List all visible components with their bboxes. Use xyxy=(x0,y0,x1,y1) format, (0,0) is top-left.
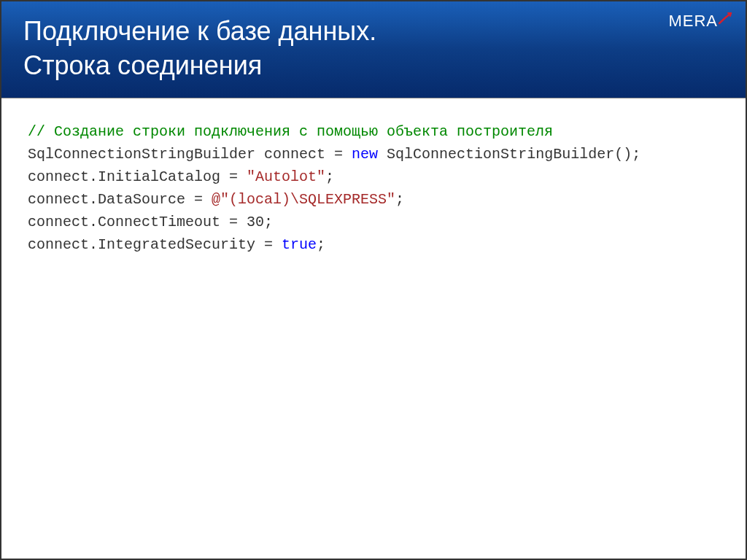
title-line-1: Подключение к базе данных. xyxy=(23,16,376,46)
code-line: // Создание строки подключения с помощью… xyxy=(28,120,719,143)
slide-header: Подключение к базе данных. Строка соедин… xyxy=(1,1,746,98)
code-token: true xyxy=(282,236,317,253)
code-token: SqlConnectionStringBuilder(); xyxy=(378,146,640,163)
code-token: ; xyxy=(395,191,404,208)
code-token: "Autolot" xyxy=(247,168,325,185)
mera-logo: MERA xyxy=(668,12,732,31)
code-line: connect.DataSource = @"(local)\SQLEXPRES… xyxy=(28,188,719,211)
slide-title: Подключение к базе данных. Строка соедин… xyxy=(23,15,724,83)
code-token: ; xyxy=(317,236,325,253)
code-token: @"(local)\SQLEXPRESS" xyxy=(212,191,395,208)
code-block: // Создание строки подключения с помощью… xyxy=(28,120,719,256)
code-token: ; xyxy=(325,168,334,185)
code-line: connect.ConnectTimeout = 30; xyxy=(28,211,719,233)
code-token: connect.ConnectTimeout = 30; xyxy=(28,214,273,230)
code-line: connect.IntegratedSecurity = true; xyxy=(28,233,719,256)
logo-text: MERA xyxy=(668,12,718,30)
code-token: connect.DataSource = xyxy=(28,191,212,208)
code-token: SqlConnectionStringBuilder connect = xyxy=(28,146,352,163)
logo-swoosh-icon xyxy=(718,10,732,29)
title-line-2: Строка соединения xyxy=(23,50,262,80)
code-token: new xyxy=(352,146,378,163)
code-token: connect.InitialCatalog = xyxy=(28,168,247,185)
code-token: connect.IntegratedSecurity = xyxy=(28,236,282,253)
code-token: // Создание строки подключения с помощью… xyxy=(28,123,553,140)
code-line: SqlConnectionStringBuilder connect = new… xyxy=(28,143,719,166)
code-line: connect.InitialCatalog = "Autolot"; xyxy=(28,166,719,188)
slide-content: // Создание строки подключения с помощью… xyxy=(1,98,746,278)
